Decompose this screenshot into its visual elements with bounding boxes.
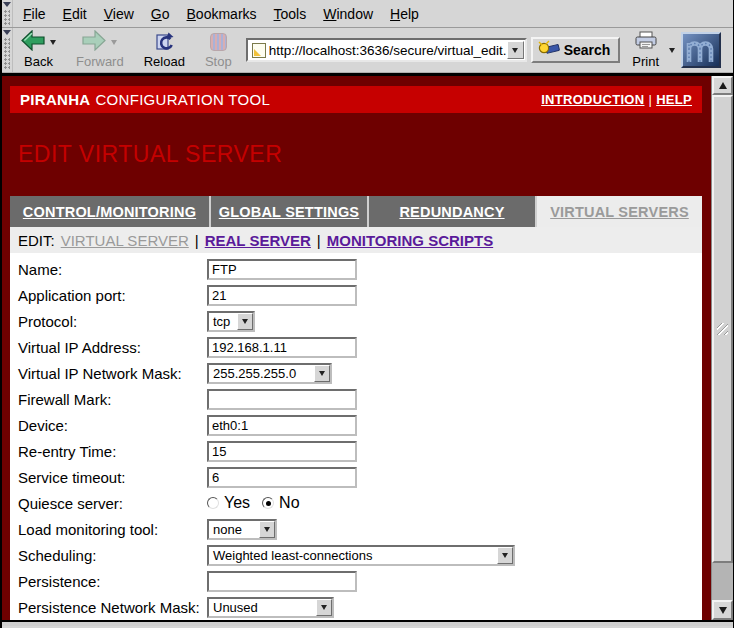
scroll-up-button[interactable] bbox=[712, 76, 733, 95]
tab-global-settings[interactable]: GLOBAL SETTINGS bbox=[209, 196, 367, 227]
persistence-mask-select[interactable]: Unused bbox=[207, 597, 334, 618]
tab-bar: CONTROL/MONITORING GLOBAL SETTINGS REDUN… bbox=[10, 196, 702, 227]
name-input[interactable] bbox=[207, 259, 357, 280]
grippy-dots bbox=[4, 38, 10, 70]
chevron-down-icon bbox=[512, 48, 518, 53]
url-input[interactable] bbox=[269, 43, 507, 58]
arrow-up-icon bbox=[719, 82, 727, 89]
form-row: Service timeout: bbox=[10, 464, 702, 490]
search-button[interactable]: Search bbox=[531, 37, 621, 63]
load-monitoring-value: none bbox=[209, 521, 259, 538]
form-row: Virtual IP Network Mask: 255.255.255.0 bbox=[10, 360, 702, 386]
reload-button[interactable]: Reload bbox=[140, 29, 189, 72]
scroll-down-button[interactable] bbox=[712, 600, 733, 620]
quiesce-yes-label: Yes bbox=[224, 494, 250, 512]
menu-view[interactable]: View bbox=[104, 6, 134, 22]
menu-go[interactable]: Go bbox=[151, 6, 170, 22]
form-row: Application port: bbox=[10, 282, 702, 308]
tab-control-monitoring[interactable]: CONTROL/MONITORING bbox=[10, 196, 209, 227]
scheduling-select[interactable]: Weighted least-connections bbox=[207, 545, 515, 566]
app-title-bold: PIRANHA bbox=[20, 91, 90, 108]
dropdown-arrow-icon bbox=[237, 313, 253, 330]
subnav-real-server[interactable]: REAL SERVER bbox=[205, 232, 311, 249]
form-row: Virtual IP Address: bbox=[10, 334, 702, 360]
introduction-link[interactable]: INTRODUCTION bbox=[541, 92, 644, 107]
forward-button[interactable]: Forward bbox=[72, 29, 128, 72]
menu-help[interactable]: Help bbox=[390, 6, 419, 22]
arrow-down-icon bbox=[719, 607, 727, 614]
reload-label: Reload bbox=[144, 54, 185, 69]
bookmark-page-icon[interactable] bbox=[252, 43, 266, 58]
quiesce-no-radio[interactable] bbox=[262, 497, 274, 509]
scrollbar-thumb[interactable] bbox=[712, 95, 733, 563]
device-label: Device: bbox=[18, 417, 207, 434]
back-dropdown-icon[interactable] bbox=[50, 40, 56, 45]
menu-file[interactable]: File bbox=[23, 6, 46, 22]
firewall-mark-label: Firewall Mark: bbox=[18, 391, 207, 408]
stop-button[interactable]: Stop bbox=[201, 29, 236, 72]
subnav-monitoring-scripts[interactable]: MONITORING SCRIPTS bbox=[327, 232, 493, 249]
back-label: Back bbox=[24, 54, 53, 69]
quiesce-radio-group: Yes No bbox=[207, 494, 312, 512]
virtual-ip-mask-select[interactable]: 255.255.255.0 bbox=[207, 363, 332, 384]
quiesce-server-label: Quiesce server: bbox=[18, 495, 207, 512]
toolbar-grippy[interactable] bbox=[2, 0, 13, 27]
help-link[interactable]: HELP bbox=[656, 92, 692, 107]
toolbar-grippy[interactable] bbox=[2, 28, 13, 72]
persistence-mask-label: Persistence Network Mask: bbox=[18, 599, 207, 616]
dropdown-arrow-icon bbox=[497, 547, 513, 564]
form-row: Load monitoring tool: none bbox=[10, 516, 702, 542]
grippy-dots bbox=[4, 10, 10, 25]
reentry-time-input[interactable] bbox=[207, 441, 357, 462]
window-frame-edge bbox=[2, 622, 733, 626]
tab-virtual-servers[interactable]: VIRTUAL SERVERS bbox=[535, 196, 702, 227]
persistence-input[interactable] bbox=[207, 571, 357, 592]
page-content: PIRANHACONFIGURATION TOOL INTRODUCTION|H… bbox=[2, 76, 711, 620]
subnav-divider: | bbox=[317, 232, 321, 249]
service-timeout-input[interactable] bbox=[207, 467, 357, 488]
virtual-ip-input[interactable] bbox=[207, 337, 357, 358]
print-dropdown-icon[interactable] bbox=[669, 48, 675, 53]
link-divider: | bbox=[648, 92, 652, 107]
back-button[interactable]: Back bbox=[17, 29, 60, 72]
virtual-ip-mask-value: 255.255.255.0 bbox=[209, 365, 314, 382]
protocol-select[interactable]: tcp bbox=[207, 311, 255, 332]
name-label: Name: bbox=[18, 261, 207, 278]
stop-icon bbox=[210, 33, 227, 51]
mozilla-logo[interactable] bbox=[681, 32, 721, 68]
navigation-toolbar: Back Forward bbox=[2, 28, 733, 73]
subnav-virtual-server: VIRTUAL SERVER bbox=[61, 232, 189, 249]
menu-tools[interactable]: Tools bbox=[274, 6, 307, 22]
grippy-collapse-icon bbox=[3, 2, 11, 7]
subnav-divider: | bbox=[195, 232, 199, 249]
application-port-label: Application port: bbox=[18, 287, 207, 304]
persistence-mask-value: Unused bbox=[209, 599, 316, 616]
protocol-value: tcp bbox=[209, 313, 237, 330]
application-port-input[interactable] bbox=[207, 285, 357, 306]
quiesce-yes-radio[interactable] bbox=[207, 497, 219, 509]
protocol-label: Protocol: bbox=[18, 313, 207, 330]
menu-bookmarks[interactable]: Bookmarks bbox=[187, 6, 257, 22]
title-block: EDIT VIRTUAL SERVER bbox=[10, 113, 702, 196]
firewall-mark-input[interactable] bbox=[207, 389, 357, 410]
form-row: Persistence: bbox=[10, 568, 702, 594]
url-dropdown-button[interactable] bbox=[507, 41, 524, 59]
browser-window: File Edit View Go Bookmarks Tools Window… bbox=[0, 0, 734, 628]
virtual-ip-label: Virtual IP Address: bbox=[18, 339, 207, 356]
menu-window[interactable]: Window bbox=[323, 6, 373, 22]
device-input[interactable] bbox=[207, 415, 357, 436]
app-title-rest: CONFIGURATION TOOL bbox=[95, 91, 270, 108]
vertical-scrollbar[interactable] bbox=[711, 76, 733, 620]
url-bar bbox=[246, 38, 527, 62]
tab-redundancy[interactable]: REDUNDANCY bbox=[367, 196, 535, 227]
load-monitoring-select[interactable]: none bbox=[207, 519, 277, 540]
print-button[interactable]: Print bbox=[628, 29, 663, 72]
dropdown-arrow-icon bbox=[259, 521, 275, 538]
menu-edit[interactable]: Edit bbox=[63, 6, 87, 22]
thumb-grip bbox=[717, 323, 728, 335]
header-links: INTRODUCTION|HELP bbox=[541, 92, 692, 107]
menu-items: File Edit View Go Bookmarks Tools Window… bbox=[13, 0, 436, 27]
virtual-ip-mask-label: Virtual IP Network Mask: bbox=[18, 365, 207, 382]
forward-label: Forward bbox=[76, 54, 124, 69]
page-title: EDIT VIRTUAL SERVER bbox=[18, 141, 702, 168]
